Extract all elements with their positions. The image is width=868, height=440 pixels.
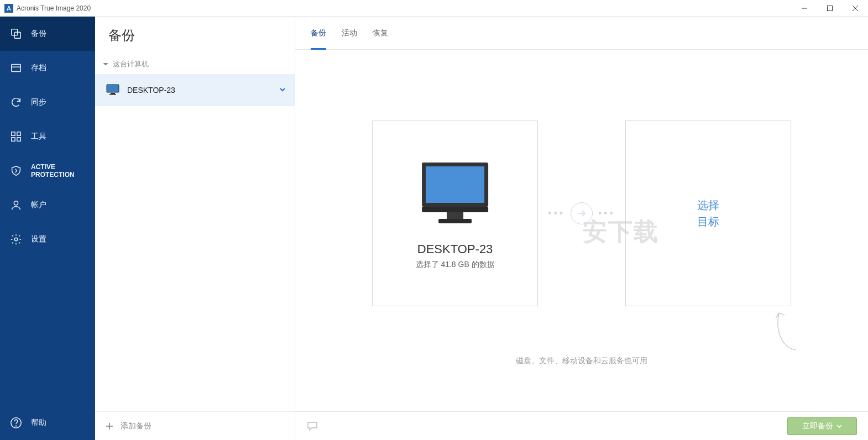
backup-list-pane: 备份 这台计算机 DESKTOP-23 添加备份 <box>95 17 295 440</box>
destination-line2: 目标 <box>697 213 719 230</box>
shield-icon <box>10 165 22 177</box>
svg-rect-11 <box>17 138 20 141</box>
backup-item-name: DESKTOP-23 <box>127 86 271 95</box>
svg-rect-17 <box>111 93 115 94</box>
hint-arrow-icon <box>771 308 804 355</box>
monitor-icon <box>106 84 119 97</box>
list-group-label: 这台计算机 <box>113 59 149 69</box>
arrow-right-icon <box>571 202 593 224</box>
bottom-bar: 立即备份 <box>295 411 868 440</box>
tabs: 备份 活动 恢复 <box>295 17 868 50</box>
sidebar-item-label: 工具 <box>31 132 46 142</box>
svg-rect-10 <box>12 138 15 141</box>
chevron-down-icon[interactable] <box>279 86 286 95</box>
svg-rect-1 <box>828 6 833 11</box>
sidebar-item-label: 设置 <box>31 234 46 244</box>
sidebar-item-label: ACTIVEPROTECTION <box>31 163 75 179</box>
flow-arrow: ••• ••• <box>548 202 615 224</box>
comment-button[interactable] <box>306 421 318 432</box>
svg-rect-22 <box>426 166 484 203</box>
add-backup-label: 添加备份 <box>121 421 151 431</box>
dots-icon: ••• <box>598 208 615 219</box>
svg-rect-16 <box>107 85 119 92</box>
tab-backup[interactable]: 备份 <box>311 17 326 50</box>
comment-icon <box>306 421 318 432</box>
sidebar-item-settings[interactable]: 设置 <box>0 222 95 256</box>
source-subtitle: 选择了 41.8 GB 的数据 <box>416 260 495 270</box>
svg-rect-23 <box>422 207 488 212</box>
sidebar-item-sync[interactable]: 同步 <box>0 85 95 119</box>
sidebar-item-label: 同步 <box>31 97 46 107</box>
backup-now-button[interactable]: 立即备份 <box>787 417 857 435</box>
source-card[interactable]: DESKTOP-23 选择了 41.8 GB 的数据 <box>372 121 538 306</box>
dots-icon: ••• <box>548 208 565 219</box>
help-icon <box>10 417 22 429</box>
list-title: 备份 <box>95 17 295 54</box>
sidebar-item-active-protection[interactable]: ACTIVEPROTECTION <box>0 154 95 188</box>
sidebar-item-account[interactable]: 帐户 <box>0 188 95 222</box>
tools-icon <box>10 130 22 143</box>
svg-rect-18 <box>109 94 116 95</box>
sync-icon <box>10 96 22 108</box>
backup-content: DESKTOP-23 选择了 41.8 GB 的数据 ••• ••• 选择 目标… <box>295 50 868 411</box>
close-button[interactable] <box>843 0 868 17</box>
plus-icon <box>105 422 114 431</box>
svg-rect-9 <box>17 132 20 135</box>
svg-rect-25 <box>438 219 472 223</box>
tab-activity[interactable]: 活动 <box>342 17 357 50</box>
computer-icon <box>414 157 496 229</box>
destination-line1: 选择 <box>697 197 719 213</box>
sidebar-item-tools[interactable]: 工具 <box>0 119 95 154</box>
svg-point-13 <box>14 238 18 241</box>
app-title: Acronis True Image 2020 <box>17 4 792 12</box>
titlebar: A Acronis True Image 2020 <box>0 0 868 17</box>
minimize-button[interactable] <box>792 0 817 17</box>
sidebar-item-backup[interactable]: 备份 <box>0 17 95 51</box>
tab-label: 活动 <box>342 28 357 38</box>
svg-rect-6 <box>12 65 21 72</box>
svg-rect-8 <box>12 132 15 135</box>
maximize-button[interactable] <box>817 0 843 17</box>
svg-point-15 <box>16 426 17 426</box>
tab-label: 备份 <box>311 28 326 38</box>
backup-now-label: 立即备份 <box>802 421 833 431</box>
sidebar-item-label: 帮助 <box>31 418 46 428</box>
backup-icon <box>10 28 22 40</box>
hint-text: 磁盘、文件、移动设备和云服务也可用 <box>295 356 868 366</box>
chevron-down-icon <box>836 423 842 429</box>
sidebar-item-label: 存档 <box>31 63 46 73</box>
tab-recovery[interactable]: 恢复 <box>373 17 388 50</box>
sidebar-item-label: 备份 <box>31 29 46 39</box>
sidebar-item-label: 帐户 <box>31 200 46 210</box>
sidebar-item-archive[interactable]: 存档 <box>0 51 95 85</box>
app-logo-icon: A <box>4 4 13 13</box>
svg-rect-24 <box>447 212 463 219</box>
tab-label: 恢复 <box>373 28 388 38</box>
add-backup-button[interactable]: 添加备份 <box>95 411 295 440</box>
main-pane: 备份 活动 恢复 DESKTOP-23 选择了 41.8 GB 的数据 <box>295 17 868 440</box>
destination-card[interactable]: 选择 目标 <box>625 121 791 306</box>
sidebar-item-help[interactable]: 帮助 <box>0 406 95 440</box>
svg-point-12 <box>14 201 18 205</box>
gear-icon <box>10 233 22 245</box>
archive-icon <box>10 62 22 74</box>
sidebar: 备份 存档 同步 工具 ACTIVEPROTECTION 帐户 设置 <box>0 17 95 440</box>
backup-list-item[interactable]: DESKTOP-23 <box>95 74 295 106</box>
chevron-down-icon <box>103 61 108 67</box>
list-group-this-computer[interactable]: 这台计算机 <box>95 54 295 74</box>
source-name: DESKTOP-23 <box>417 242 493 256</box>
account-icon <box>10 199 22 211</box>
